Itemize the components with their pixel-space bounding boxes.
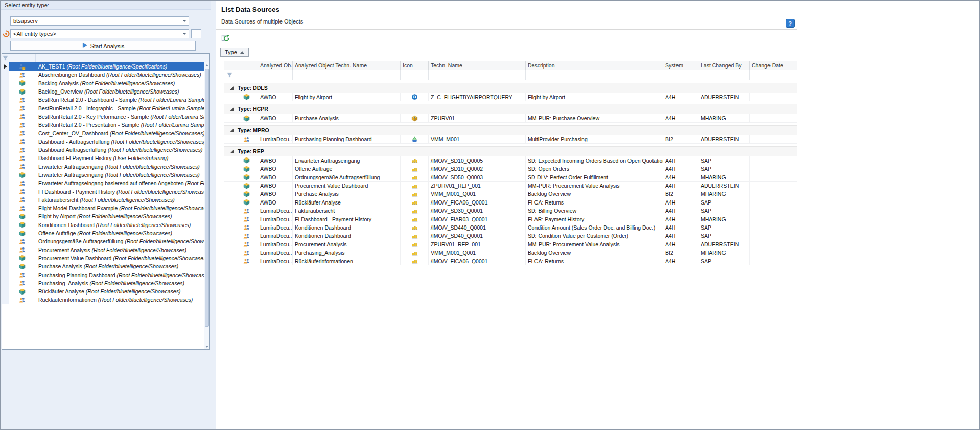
list-item[interactable]: Purchase Analysis (Root Folder/bluetelli… xyxy=(2,262,204,270)
filter-cell-tech-name[interactable] xyxy=(429,70,526,80)
list-item[interactable]: Cost_Center_OV_Dashboard (Root Folder/bl… xyxy=(2,129,204,137)
list-item[interactable]: Rückläufer Analyse (Root Folder/bluetell… xyxy=(2,287,204,296)
column-header-object-icon[interactable] xyxy=(235,61,258,70)
column-header-description[interactable]: Description xyxy=(526,61,663,70)
filter-cell-analyzed-object[interactable] xyxy=(258,70,293,80)
list-item[interactable]: Dashboard - Auftragserfüllung (Root Fold… xyxy=(2,138,204,146)
table-row[interactable]: AWBOPurchase AnalysisZPURV01MM-PUR: Purc… xyxy=(224,114,797,122)
filter-funnel-icon[interactable] xyxy=(2,54,9,62)
expand-collapse-icon[interactable] xyxy=(230,86,234,90)
scrollbar-thumb[interactable] xyxy=(205,69,209,327)
list-item[interactable]: Erwarteter Auftragseingang (Root Folder/… xyxy=(2,163,204,171)
column-header-type-icon[interactable]: Icon xyxy=(401,61,429,70)
table-row[interactable]: AWBOFlight by AirportDZ_C_FLIGHTBYAIRPOR… xyxy=(224,93,797,101)
list-item[interactable]: Procurement Analysis (Root Folder/bluete… xyxy=(2,246,204,254)
table-row[interactable]: AWBOOrdnungsgemäße Auftragserfüllung/IMO… xyxy=(224,173,797,182)
refresh-list-button[interactable] xyxy=(220,33,230,43)
table-row[interactable]: AWBOPurchase AnalysisVMM_M001_Q001Backlo… xyxy=(224,190,797,198)
list-item[interactable]: Konditionen Dashboard (Root Folder/bluet… xyxy=(2,221,204,229)
cell-analyzed-object-tech-name: Purchasing_Analysis xyxy=(293,248,401,257)
workbook-icon xyxy=(235,114,258,122)
list-item[interactable]: Flight by Airport (Root Folder/bluetelli… xyxy=(2,212,204,220)
group-row[interactable]: Type: HCPR xyxy=(224,104,797,114)
rep-icon xyxy=(401,223,429,232)
column-header-tech-name[interactable]: Techn. Name xyxy=(429,61,526,70)
list-item[interactable]: FI Dashboard - Payment History (Root Fol… xyxy=(2,187,204,195)
cell-system: BI2 xyxy=(663,190,698,198)
table-row[interactable]: AWBOOffene Aufträge/IMO/V_SD10_Q0002SD: … xyxy=(224,165,797,173)
filter-cell-change-date[interactable] xyxy=(750,70,797,80)
scroll-down-icon[interactable] xyxy=(204,344,209,349)
list-item[interactable]: Purchasing Planning Dashboard (Root Fold… xyxy=(2,270,204,279)
users-icon xyxy=(235,257,258,265)
filter-cell-type-icon[interactable] xyxy=(401,70,429,80)
filter-cell-system[interactable] xyxy=(663,70,698,80)
panel-splitter[interactable] xyxy=(211,1,216,429)
list-item[interactable]: Fakturaübersicht (Root Folder/bluetellig… xyxy=(2,196,204,204)
list-item[interactable]: Dashboard Auftragserfüllung (Root Folder… xyxy=(2,146,204,154)
column-header-system[interactable]: System xyxy=(663,61,698,70)
list-item[interactable]: Purchasing_Analysis (Root Folder/bluetel… xyxy=(2,279,204,287)
expand-collapse-icon[interactable] xyxy=(230,149,234,153)
start-analysis-button[interactable]: Start Analysis xyxy=(10,41,196,51)
cell-change-date xyxy=(750,173,797,182)
scrollbar-track[interactable] xyxy=(204,62,209,349)
filter-cell-object-icon[interactable] xyxy=(235,70,258,80)
icon-column-header[interactable] xyxy=(9,54,36,62)
name-column-header[interactable] xyxy=(36,54,209,62)
clear-filter-button[interactable] xyxy=(202,29,210,38)
column-header-analyzed-object-tech-name[interactable]: Analyzed Object Techn. Name xyxy=(293,61,401,70)
list-item[interactable]: BestRunRetail 2.0 - Presentation - Sampl… xyxy=(2,121,204,129)
filter-funnel-icon[interactable] xyxy=(224,70,235,80)
group-row[interactable]: Type: MPRO xyxy=(224,125,797,135)
table-row[interactable]: LumiraDocu...Konditionen Dashboard/IMO/V… xyxy=(224,232,797,240)
group-by-chip-type[interactable]: Type xyxy=(220,48,249,57)
list-item[interactable]: Rückläuferinformationen (Root Folder/blu… xyxy=(2,296,204,304)
workbook-icon xyxy=(9,221,36,228)
list-item[interactable]: Dashboard FI Payment History (User Folde… xyxy=(2,154,204,162)
list-item[interactable]: Procurement Value Dashboard (Root Folder… xyxy=(2,254,204,262)
column-header-change-date[interactable]: Change Date xyxy=(750,61,797,70)
list-item[interactable]: BestRunRetail 2.0 - Infographic - Sample… xyxy=(2,104,204,112)
scroll-up-icon[interactable] xyxy=(204,62,209,68)
list-item[interactable]: BestRun Retail 2.0 - Dashboard - Sample … xyxy=(2,96,204,104)
entity-type-select[interactable]: <All entity types> xyxy=(10,29,189,38)
list-item[interactable]: Backlog_Overview (Root Folder/bluetellig… xyxy=(2,87,204,96)
table-row[interactable]: LumiraDocu...Purchasing_AnalysisVMM_M001… xyxy=(224,248,797,257)
list-item[interactable]: Erwarteter Auftragseingang basierend auf… xyxy=(2,179,204,187)
chevron-down-icon[interactable] xyxy=(180,30,189,38)
list-item[interactable]: Backlog Analysis (Root Folder/bluetellig… xyxy=(2,79,204,87)
list-item[interactable]: Erwarteter Auftragseingang (Root Folder/… xyxy=(2,171,204,179)
filter-cell-last-changed-by[interactable] xyxy=(698,70,750,80)
table-row[interactable]: LumiraDocu...Konditionen Dashboard/IMO/V… xyxy=(224,223,797,232)
column-header-analyzed-object[interactable]: Analyzed Ob... xyxy=(258,61,293,70)
filter-cell-analyzed-object-tech-name[interactable] xyxy=(293,70,401,80)
group-row[interactable]: Type: REP xyxy=(224,146,797,156)
table-row[interactable]: AWBORückläufer Analyse/IMO/V_FICA06_Q000… xyxy=(224,198,797,207)
table-row[interactable]: LumiraDocu...Procurement AnalysisZPURV01… xyxy=(224,240,797,248)
table-row[interactable]: AWBOProcurement Value DashboardZPURV01_R… xyxy=(224,182,797,190)
group-row[interactable]: Type: DDLS xyxy=(224,83,797,93)
users-icon xyxy=(9,147,36,153)
list-item[interactable]: AK_TEST1 (Root Folder/bluetelligence/Spe… xyxy=(2,62,204,71)
expand-collapse-icon[interactable] xyxy=(230,107,234,111)
list-item[interactable]: Offene Aufträge (Root Folder/bluetellige… xyxy=(2,229,204,237)
table-row[interactable]: LumiraDocu...FI Dashboard - Payment Hist… xyxy=(224,215,797,223)
rep-icon xyxy=(401,173,429,182)
filter-cell-description[interactable] xyxy=(526,70,663,80)
help-button[interactable]: ? xyxy=(786,19,795,28)
edit-filter-button[interactable] xyxy=(191,29,201,38)
list-item[interactable]: Abschreibungen Dashboard (Root Folder/bl… xyxy=(2,71,204,79)
table-row[interactable]: LumiraDocu...Fakturaübersicht/IMO/V_SD30… xyxy=(224,207,797,215)
workbook-icon xyxy=(9,288,36,295)
table-row[interactable]: LumiraDocu...Rückläuferinformationen/IMO… xyxy=(224,257,797,265)
server-select[interactable]: btsapserv xyxy=(10,16,189,26)
list-item[interactable]: Flight Model Dashboard Example (Root Fol… xyxy=(2,204,204,212)
list-item[interactable]: Ordnungsgemäße Auftragserfüllung (Root F… xyxy=(2,237,204,245)
table-row[interactable]: AWBOErwarteter Auftragseingang/IMO/V_SD1… xyxy=(224,156,797,165)
column-header-last-changed-by[interactable]: Last Changed By xyxy=(698,61,750,70)
list-item[interactable]: BestRunRetail 2.0 - Key Peformance - Sam… xyxy=(2,112,204,121)
chevron-down-icon[interactable] xyxy=(180,17,189,25)
expand-collapse-icon[interactable] xyxy=(230,128,234,132)
table-row[interactable]: LumiraDocu...Purchasing Planning Dashboa… xyxy=(224,135,797,144)
